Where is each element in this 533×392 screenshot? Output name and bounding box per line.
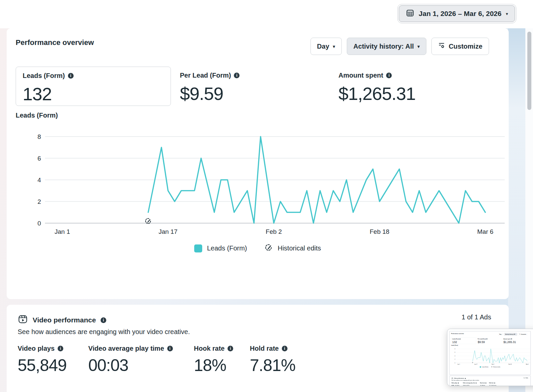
metric-label: Leads (Form) bbox=[23, 72, 65, 80]
info-icon[interactable]: i bbox=[58, 346, 63, 351]
metric-label: Amount spent bbox=[338, 72, 383, 79]
svg-text:8: 8 bbox=[37, 133, 41, 140]
svg-text:4: 4 bbox=[455, 355, 455, 357]
date-range-label: Jan 1, 2026 – Mar 6, 2026 bbox=[419, 10, 502, 18]
leads-line-chart: 02468Jan 1Jan 17Feb 2Feb 18Mar 6 bbox=[32, 127, 508, 236]
legend-item-historical-edits[interactable]: Historical edits bbox=[264, 243, 321, 253]
metric-card-per-lead[interactable]: Per Lead (Form) i $9.59 bbox=[180, 72, 240, 104]
activity-history-label: Activity history: All bbox=[353, 43, 414, 50]
dashboard-content: Performance overview Day ▾ Activity hist… bbox=[449, 331, 531, 386]
metric-card-leads[interactable]: Leads (Form) i 132 bbox=[16, 67, 171, 106]
metric-label: Hook rate bbox=[194, 345, 225, 352]
svg-text:Mar 6: Mar 6 bbox=[526, 364, 529, 365]
metric-value: $1,265.31 bbox=[338, 83, 415, 104]
customize-label: Customize bbox=[449, 43, 482, 50]
chart-legend: Leads (Form) Historical edits bbox=[7, 243, 509, 253]
metric-hook-rate: Hook rate i 18% bbox=[194, 345, 233, 375]
svg-text:Feb 18: Feb 18 bbox=[508, 364, 512, 365]
svg-text:Feb 18: Feb 18 bbox=[370, 228, 389, 235]
page-title: Performance overview bbox=[16, 38, 94, 47]
ads-pagination-label: 1 of 1 Ads bbox=[443, 313, 510, 321]
svg-text:4: 4 bbox=[37, 177, 41, 184]
svg-text:Jan 1: Jan 1 bbox=[457, 364, 460, 365]
svg-text:Jan 1: Jan 1 bbox=[55, 228, 70, 235]
historical-edits-icon bbox=[264, 243, 273, 253]
customize-icon bbox=[438, 42, 445, 51]
info-icon[interactable]: i bbox=[228, 346, 233, 351]
historical-edit-marker-icon[interactable] bbox=[144, 217, 152, 225]
caret-down-icon: ▾ bbox=[417, 44, 420, 49]
chart-title: Leads (Form) bbox=[16, 112, 58, 119]
caret-down-icon: ▾ bbox=[333, 44, 335, 49]
svg-text:0: 0 bbox=[455, 362, 455, 364]
performance-overview-card: Performance overview Day ▾ Activity hist… bbox=[7, 28, 509, 299]
metric-label: Per Lead (Form) bbox=[180, 72, 231, 79]
svg-text:2: 2 bbox=[455, 359, 455, 360]
section-subtitle: See how audiences are engaging with your… bbox=[18, 328, 190, 336]
legend-label: Historical edits bbox=[277, 244, 321, 252]
metric-value: $9.59 bbox=[180, 83, 240, 104]
svg-text:8: 8 bbox=[455, 348, 455, 350]
dashboard-thumbnail-content: Performance overview Day ▾ Activity hist… bbox=[449, 331, 531, 386]
info-icon[interactable]: i bbox=[68, 73, 74, 79]
svg-text:Jan 17: Jan 17 bbox=[474, 364, 477, 365]
info-icon[interactable]: i bbox=[386, 73, 392, 78]
info-icon[interactable]: i bbox=[234, 73, 240, 78]
metric-value: 7.81% bbox=[250, 356, 295, 375]
svg-text:2: 2 bbox=[37, 198, 41, 205]
time-breakdown-dropdown[interactable]: Day ▾ bbox=[310, 38, 342, 55]
date-range-picker[interactable]: Jan 1, 2026 – Mar 6, 2026 ▾ bbox=[397, 4, 516, 23]
metric-label: Hold rate bbox=[250, 345, 279, 352]
activity-history-dropdown[interactable]: Activity history: All ▾ bbox=[347, 38, 426, 55]
metric-label: Video plays bbox=[18, 345, 55, 352]
metric-value: 18% bbox=[194, 356, 233, 375]
video-performance-card: 1 of 1 Ads Video performance i See how a… bbox=[7, 305, 509, 392]
svg-text:Feb 2: Feb 2 bbox=[492, 364, 494, 365]
info-icon[interactable]: i bbox=[167, 346, 173, 351]
section-title: Video performance bbox=[33, 316, 96, 324]
svg-text:6: 6 bbox=[455, 352, 455, 353]
svg-text:Jan 17: Jan 17 bbox=[159, 228, 178, 235]
chart-canvas: 02468Jan 1Jan 17Feb 2Feb 18Mar 6 bbox=[32, 127, 508, 236]
metric-avg-play-time: Video average play time i 00:03 bbox=[88, 345, 173, 375]
metric-label: Video average play time bbox=[88, 345, 164, 352]
info-icon[interactable]: i bbox=[101, 317, 106, 323]
dashboard-thumbnail-preview[interactable]: Performance overview Day ▾ Activity hist… bbox=[447, 329, 533, 386]
top-bar: Jan 1, 2026 – Mar 6, 2026 ▾ bbox=[0, 0, 533, 28]
svg-text:0: 0 bbox=[37, 220, 41, 227]
metric-video-plays: Video plays i 55,849 bbox=[18, 345, 67, 375]
calendar-icon bbox=[406, 9, 414, 19]
time-breakdown-label: Day bbox=[317, 43, 329, 50]
date-range-button[interactable]: Jan 1, 2026 – Mar 6, 2026 ▾ bbox=[399, 5, 515, 22]
svg-text:Mar 6: Mar 6 bbox=[477, 228, 494, 235]
scrollbar-thumb[interactable] bbox=[527, 32, 531, 110]
metric-value: 132 bbox=[23, 84, 164, 104]
metric-card-amount-spent[interactable]: Amount spent i $1,265.31 bbox=[338, 72, 415, 104]
dashboard-content: Performance overview Day ▾ Activity hist… bbox=[7, 28, 509, 392]
metric-value: 00:03 bbox=[88, 356, 173, 375]
svg-text:Feb 2: Feb 2 bbox=[266, 228, 282, 235]
caret-down-icon: ▾ bbox=[506, 12, 508, 16]
metric-hold-rate: Hold rate i 7.81% bbox=[250, 345, 295, 375]
legend-swatch bbox=[194, 244, 202, 252]
metric-value: 55,849 bbox=[18, 356, 67, 375]
legend-item-leads[interactable]: Leads (Form) bbox=[194, 244, 247, 252]
chart-toolbar: Day ▾ Activity history: All ▾ Customize bbox=[310, 38, 489, 55]
video-reel-icon bbox=[18, 314, 28, 326]
customize-button[interactable]: Customize bbox=[431, 38, 489, 55]
svg-text:6: 6 bbox=[37, 155, 41, 162]
info-icon[interactable]: i bbox=[282, 346, 287, 351]
legend-label: Leads (Form) bbox=[207, 244, 247, 252]
